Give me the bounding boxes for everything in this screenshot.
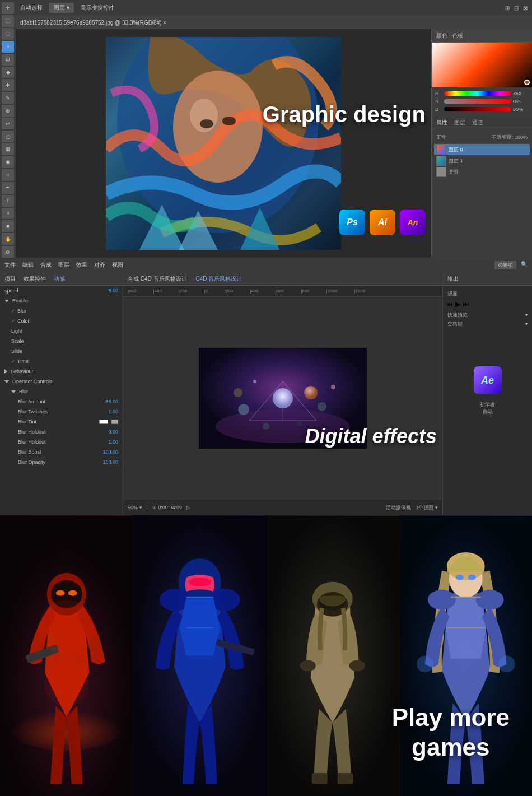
operator-toggle-icon[interactable] — [4, 380, 9, 383]
ae-workspace: 项目 效果控件 动感 speed 5.00 Enable ✓ Blur — [0, 272, 532, 515]
play-pause-btn[interactable]: ▶ — [455, 300, 460, 308]
artwork-canvas — [106, 37, 341, 250]
properties-tab[interactable]: 属性 — [436, 119, 447, 127]
game-divider-2 — [266, 515, 267, 796]
ae-menu-effect[interactable]: 效果 — [76, 261, 87, 269]
ae-menu-edit[interactable]: 编辑 — [22, 261, 34, 269]
layer-row-1[interactable]: 图层 0 — [434, 144, 530, 155]
blur-sub-toggle[interactable] — [11, 390, 16, 393]
show-transform: 显示变换控件 — [81, 4, 114, 12]
ae-search[interactable]: 🔍 — [521, 261, 528, 269]
ae-workspace-menu[interactable]: 必要项 — [494, 261, 516, 269]
hand-tool[interactable]: ✋ — [2, 233, 14, 245]
animate-icon[interactable]: An — [400, 210, 426, 235]
playback-controls-row: ⏮ ▶ ⏭ — [446, 298, 529, 310]
after-effects-icon[interactable]: Ae — [474, 366, 502, 394]
ae-label-auto: 初学者 自动 — [446, 399, 529, 418]
animation-tab[interactable]: 动感 — [54, 275, 65, 283]
text-tool[interactable]: T — [2, 195, 14, 207]
blur-opacity-label: Blur Opacity — [18, 459, 45, 465]
time-check[interactable]: ✓ — [11, 359, 15, 364]
ae-menu-file[interactable]: 文件 — [4, 261, 16, 269]
path-tool[interactable]: ⌗ — [2, 208, 14, 220]
scale-row: Scale — [0, 336, 123, 346]
ae-menu-align[interactable]: 对齐 — [94, 261, 105, 269]
clone-tool[interactable]: ⊕ — [2, 105, 14, 117]
blur-twitches-label: Blur Twitches — [18, 409, 48, 415]
layer-row-3[interactable]: 背景 — [434, 166, 530, 178]
resolution-label: 规显 — [446, 289, 529, 298]
blur-tint-swatch[interactable] — [99, 420, 108, 424]
layer-row-2[interactable]: 图层 1 — [434, 155, 530, 166]
zoom-tool[interactable]: ⊙ — [2, 246, 14, 258]
channels-tab[interactable]: 通道 — [472, 119, 483, 127]
effects-tab[interactable]: 效果控件 — [24, 275, 46, 283]
color-row: ✓ Color — [0, 316, 123, 326]
view-select[interactable]: 1个视图 ▾ — [416, 504, 438, 511]
toolbar-icon-1[interactable]: ⊞ — [505, 5, 510, 11]
bright-slider[interactable] — [444, 107, 511, 111]
game-3-artwork — [266, 515, 399, 796]
layer-select[interactable]: 图层 ▾ — [49, 3, 74, 13]
blur-row: ✓ Blur — [0, 306, 123, 316]
svg-point-42 — [349, 660, 365, 672]
ps-layers-panel: 正常 不透明度: 100% 图层 0 图层 1 背景 — [432, 129, 532, 180]
digital-effects-section: 文件 编辑 合成 图层 效果 对齐 视图 必要项 🔍 项目 效果控件 动感 sp… — [0, 258, 532, 515]
shape-tool[interactable]: ■ — [2, 220, 14, 232]
ae-menu-view[interactable]: 视图 — [112, 261, 123, 269]
behaviour-toggle-icon[interactable] — [4, 369, 7, 374]
frame-controls[interactable]: ⊞ 0:00:04:09 — [152, 505, 182, 510]
color-check[interactable]: ✓ — [11, 319, 15, 324]
magic-wand-tool[interactable]: ⌖ — [2, 41, 14, 53]
blur-tint-swatch-2[interactable] — [111, 420, 118, 424]
heal-tool[interactable]: ✚ — [2, 79, 14, 91]
zoom-control[interactable]: 50% ▾ — [128, 505, 142, 510]
brush-tool[interactable]: ✎ — [2, 92, 14, 104]
speed-value: 5.00 — [108, 288, 118, 294]
ae-comp-header: 合成 C4D 音乐风格设计 C4D 音乐风格设计 — [123, 272, 442, 286]
ae-menu-layer[interactable]: 图层 — [58, 261, 69, 269]
eraser-tool[interactable]: ◻ — [2, 131, 14, 142]
color-picker-handle[interactable] — [524, 80, 530, 85]
blur-check[interactable]: ✓ — [11, 309, 15, 314]
eyedropper-tool[interactable]: ◆ — [2, 67, 14, 78]
blur-tool[interactable]: ◉ — [2, 156, 14, 168]
gradient-tool[interactable]: ▦ — [2, 143, 14, 155]
ae-timeline-ruler: |600 |400 |200 |0 |200 |400 |600 |800 |1… — [123, 286, 442, 297]
sat-slider[interactable] — [444, 99, 511, 104]
history-tool[interactable]: ↩ — [2, 118, 14, 129]
enable-toggle-icon[interactable] — [4, 300, 9, 302]
move-tool[interactable]: ✛ — [2, 2, 14, 14]
lasso-tool[interactable]: ◌ — [2, 28, 14, 40]
ae-menu-comp[interactable]: 合成 — [40, 261, 52, 269]
svg-point-29 — [44, 662, 89, 706]
crop-tool[interactable]: ⊡ — [2, 54, 14, 66]
prev-frame-btn[interactable]: ⏮ — [446, 300, 453, 308]
ae-icon-area: Ae — [446, 362, 529, 399]
document-tab[interactable]: d8abf157882315.59e76a9285752.jpg @ 33.3%… — [20, 20, 166, 26]
color-gradient[interactable] — [432, 43, 532, 87]
camera-select[interactable]: 活动摄像机 — [386, 504, 411, 511]
ae-composition-view: 合成 C4D 音乐风格设计 C4D 音乐风格设计 |600 |400 |200 … — [123, 272, 442, 515]
dodge-tool[interactable]: ○ — [2, 169, 14, 181]
illustrator-icon[interactable]: Ai — [370, 210, 395, 235]
blur-opacity-row: Blur Opacity 100.00 — [0, 457, 123, 467]
bright-slider-row: B 80% — [435, 106, 529, 112]
next-frame-btn[interactable]: ⏭ — [463, 300, 469, 308]
hue-slider[interactable] — [444, 91, 511, 96]
svg-point-49 — [468, 575, 475, 580]
blur-amount-label: Blur Amount — [18, 399, 45, 404]
toolbar-icon-3[interactable]: ⊠ — [523, 5, 528, 11]
project-tab[interactable]: 项目 — [4, 275, 16, 283]
photoshop-icon[interactable]: Ps — [339, 210, 365, 235]
pen-tool[interactable]: ✒ — [2, 182, 14, 194]
ae-right-content: 规显 ⏮ ▶ ⏭ 快速预览 ▾ 空格键 ▾ — [443, 286, 532, 421]
select-tool[interactable]: ⬚ — [2, 15, 14, 27]
ae-project-panel-title: 项目 效果控件 动感 — [0, 272, 123, 286]
toolbar-icon-2[interactable]: ⊟ — [514, 5, 519, 11]
color-label: Color — [17, 318, 30, 324]
ae-icon-container: Ae 初学者 自动 — [446, 362, 529, 418]
play-btn[interactable]: ▷ — [186, 505, 190, 510]
output-tab[interactable]: 输出 — [447, 275, 459, 283]
layers-tab[interactable]: 图层 — [454, 119, 465, 127]
